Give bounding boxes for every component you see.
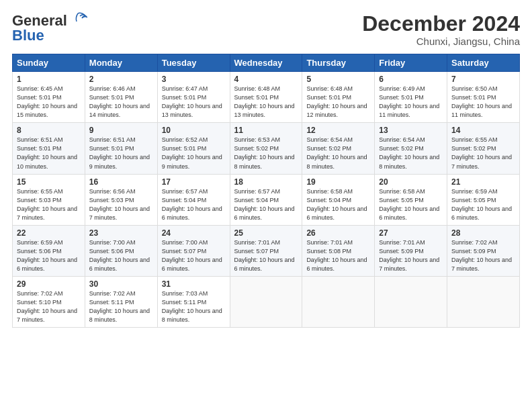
day-info: Sunrise: 6:53 AM Sunset: 5:02 PM Dayligh…: [234, 136, 298, 171]
calendar-day-cell: 27 Sunrise: 7:01 AM Sunset: 5:09 PM Dayl…: [375, 225, 447, 276]
day-info: Sunrise: 7:02 AM Sunset: 5:10 PM Dayligh…: [17, 289, 81, 324]
calendar-day-cell: 26 Sunrise: 7:01 AM Sunset: 5:08 PM Dayl…: [302, 225, 375, 276]
col-thursday: Thursday: [302, 54, 375, 72]
day-info: Sunrise: 7:02 AM Sunset: 5:09 PM Dayligh…: [451, 238, 515, 273]
day-info: Sunrise: 6:49 AM Sunset: 5:01 PM Dayligh…: [379, 85, 443, 120]
calendar-day-cell: 21 Sunrise: 6:59 AM Sunset: 5:05 PM Dayl…: [447, 174, 520, 225]
calendar-day-cell: 15 Sunrise: 6:55 AM Sunset: 5:03 PM Dayl…: [13, 174, 85, 225]
col-saturday: Saturday: [447, 54, 520, 72]
logo-bird-icon: [69, 12, 87, 27]
calendar-header-row: Sunday Monday Tuesday Wednesday Thursday…: [13, 54, 520, 72]
day-info: Sunrise: 6:54 AM Sunset: 5:02 PM Dayligh…: [306, 136, 370, 171]
col-wednesday: Wednesday: [230, 54, 302, 72]
header: General Blue December 2024 Chunxi, Jiang…: [12, 12, 520, 47]
day-info: Sunrise: 6:48 AM Sunset: 5:01 PM Dayligh…: [234, 85, 298, 120]
logo: General Blue: [12, 12, 87, 44]
calendar-day-cell: 16 Sunrise: 6:56 AM Sunset: 5:03 PM Dayl…: [85, 174, 157, 225]
day-number: 23: [89, 228, 153, 238]
calendar-day-cell: 31 Sunrise: 7:03 AM Sunset: 5:11 PM Dayl…: [157, 276, 230, 327]
day-info: Sunrise: 6:57 AM Sunset: 5:04 PM Dayligh…: [234, 187, 298, 222]
day-number: 8: [17, 126, 81, 135]
day-info: Sunrise: 6:58 AM Sunset: 5:05 PM Dayligh…: [379, 187, 443, 222]
location: Chunxi, Jiangsu, China: [362, 36, 520, 47]
day-number: 26: [306, 228, 370, 238]
day-number: 29: [17, 279, 81, 289]
day-info: Sunrise: 6:48 AM Sunset: 5:01 PM Dayligh…: [306, 85, 370, 120]
calendar-day-cell: 5 Sunrise: 6:48 AM Sunset: 5:01 PM Dayli…: [302, 72, 375, 123]
day-number: 30: [89, 279, 153, 289]
day-number: 19: [306, 177, 370, 187]
day-number: 31: [162, 279, 226, 289]
calendar-day-cell: 7 Sunrise: 6:50 AM Sunset: 5:01 PM Dayli…: [447, 72, 520, 123]
calendar-week-row: 1 Sunrise: 6:45 AM Sunset: 5:01 PM Dayli…: [13, 72, 520, 123]
day-number: 1: [17, 75, 81, 84]
day-number: 25: [234, 228, 298, 238]
calendar-day-cell: 10 Sunrise: 6:52 AM Sunset: 5:01 PM Dayl…: [157, 123, 230, 174]
calendar-day-cell: 9 Sunrise: 6:51 AM Sunset: 5:01 PM Dayli…: [85, 123, 157, 174]
calendar-day-cell: 8 Sunrise: 6:51 AM Sunset: 5:01 PM Dayli…: [13, 123, 85, 174]
calendar-day-cell: 13 Sunrise: 6:54 AM Sunset: 5:02 PM Dayl…: [375, 123, 447, 174]
day-number: 15: [17, 177, 81, 187]
day-info: Sunrise: 6:56 AM Sunset: 5:03 PM Dayligh…: [89, 187, 153, 222]
day-info: Sunrise: 6:55 AM Sunset: 5:02 PM Dayligh…: [451, 136, 515, 171]
calendar-week-row: 15 Sunrise: 6:55 AM Sunset: 5:03 PM Dayl…: [13, 174, 520, 225]
calendar-week-row: 8 Sunrise: 6:51 AM Sunset: 5:01 PM Dayli…: [13, 123, 520, 174]
day-info: Sunrise: 6:57 AM Sunset: 5:04 PM Dayligh…: [162, 187, 226, 222]
day-info: Sunrise: 6:50 AM Sunset: 5:01 PM Dayligh…: [451, 85, 515, 120]
col-monday: Monday: [85, 54, 157, 72]
day-number: 28: [451, 228, 515, 238]
calendar-day-cell: 3 Sunrise: 6:47 AM Sunset: 5:01 PM Dayli…: [157, 72, 230, 123]
day-number: 21: [451, 177, 515, 187]
day-number: 5: [306, 75, 370, 84]
calendar-day-cell: 4 Sunrise: 6:48 AM Sunset: 5:01 PM Dayli…: [230, 72, 302, 123]
calendar-day-cell: 22 Sunrise: 6:59 AM Sunset: 5:06 PM Dayl…: [13, 225, 85, 276]
title-block: December 2024 Chunxi, Jiangsu, China: [362, 12, 520, 47]
calendar-week-row: 22 Sunrise: 6:59 AM Sunset: 5:06 PM Dayl…: [13, 225, 520, 276]
calendar-day-cell: 11 Sunrise: 6:53 AM Sunset: 5:02 PM Dayl…: [230, 123, 302, 174]
calendar-day-cell: 17 Sunrise: 6:57 AM Sunset: 5:04 PM Dayl…: [157, 174, 230, 225]
day-number: 17: [162, 177, 226, 187]
day-info: Sunrise: 6:51 AM Sunset: 5:01 PM Dayligh…: [17, 136, 81, 171]
calendar-day-cell: [230, 276, 302, 327]
calendar-week-row: 29 Sunrise: 7:02 AM Sunset: 5:10 PM Dayl…: [13, 276, 520, 327]
day-number: 12: [306, 126, 370, 135]
day-number: 2: [89, 75, 153, 84]
day-info: Sunrise: 6:54 AM Sunset: 5:02 PM Dayligh…: [379, 136, 443, 171]
day-number: 9: [89, 126, 153, 135]
calendar-day-cell: 1 Sunrise: 6:45 AM Sunset: 5:01 PM Dayli…: [13, 72, 85, 123]
day-number: 10: [162, 126, 226, 135]
col-friday: Friday: [375, 54, 447, 72]
day-number: 14: [451, 126, 515, 135]
calendar-day-cell: [302, 276, 375, 327]
calendar-day-cell: 6 Sunrise: 6:49 AM Sunset: 5:01 PM Dayli…: [375, 72, 447, 123]
day-info: Sunrise: 6:45 AM Sunset: 5:01 PM Dayligh…: [17, 85, 81, 120]
calendar-day-cell: [447, 276, 520, 327]
calendar-day-cell: 19 Sunrise: 6:58 AM Sunset: 5:04 PM Dayl…: [302, 174, 375, 225]
day-number: 4: [234, 75, 298, 84]
calendar-day-cell: 2 Sunrise: 6:46 AM Sunset: 5:01 PM Dayli…: [85, 72, 157, 123]
month-title: December 2024: [362, 12, 520, 36]
day-info: Sunrise: 6:51 AM Sunset: 5:01 PM Dayligh…: [89, 136, 153, 171]
day-number: 6: [379, 75, 443, 84]
day-info: Sunrise: 6:58 AM Sunset: 5:04 PM Dayligh…: [306, 187, 370, 222]
day-info: Sunrise: 6:59 AM Sunset: 5:05 PM Dayligh…: [451, 187, 515, 222]
day-number: 13: [379, 126, 443, 135]
day-info: Sunrise: 6:55 AM Sunset: 5:03 PM Dayligh…: [17, 187, 81, 222]
day-info: Sunrise: 6:52 AM Sunset: 5:01 PM Dayligh…: [162, 136, 226, 171]
day-number: 3: [162, 75, 226, 84]
calendar-day-cell: 24 Sunrise: 7:00 AM Sunset: 5:07 PM Dayl…: [157, 225, 230, 276]
calendar-day-cell: 20 Sunrise: 6:58 AM Sunset: 5:05 PM Dayl…: [375, 174, 447, 225]
day-info: Sunrise: 6:46 AM Sunset: 5:01 PM Dayligh…: [89, 85, 153, 120]
day-number: 24: [162, 228, 226, 238]
day-info: Sunrise: 7:01 AM Sunset: 5:09 PM Dayligh…: [379, 238, 443, 273]
col-tuesday: Tuesday: [157, 54, 230, 72]
calendar-day-cell: 14 Sunrise: 6:55 AM Sunset: 5:02 PM Dayl…: [447, 123, 520, 174]
day-number: 16: [89, 177, 153, 187]
calendar-day-cell: 25 Sunrise: 7:01 AM Sunset: 5:07 PM Dayl…: [230, 225, 302, 276]
day-info: Sunrise: 7:03 AM Sunset: 5:11 PM Dayligh…: [162, 289, 226, 324]
logo-blue-text: Blue: [12, 27, 44, 44]
day-info: Sunrise: 7:00 AM Sunset: 5:07 PM Dayligh…: [162, 238, 226, 273]
day-number: 20: [379, 177, 443, 187]
calendar-day-cell: 29 Sunrise: 7:02 AM Sunset: 5:10 PM Dayl…: [13, 276, 85, 327]
day-number: 18: [234, 177, 298, 187]
